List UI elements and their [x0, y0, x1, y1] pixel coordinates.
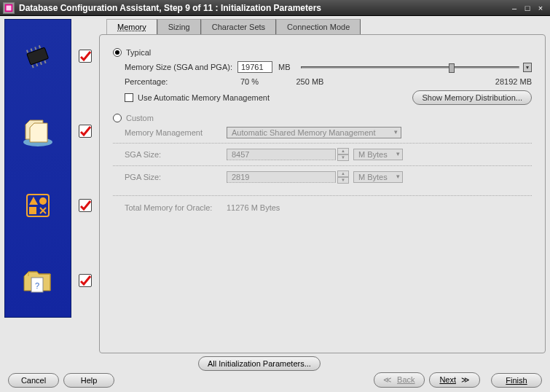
chip-icon	[21, 40, 55, 74]
sga-unit-select: M Bytes	[353, 149, 403, 160]
percentage-value: 70 %	[237, 77, 272, 86]
tab-strip: Memory Sizing Character Sets Connection …	[106, 19, 546, 35]
close-button[interactable]: ×	[534, 4, 547, 12]
memory-size-input[interactable]: 19761	[237, 61, 272, 73]
memory-management-select: Automatic Shared Memory Management	[227, 127, 401, 138]
maximize-button[interactable]: □	[521, 4, 534, 12]
custom-radio[interactable]: Custom	[113, 114, 532, 122]
slider-thumb[interactable]	[449, 63, 455, 73]
finish-button[interactable]: Finish	[491, 373, 542, 388]
shapes-icon	[21, 189, 55, 222]
svg-line-9	[41, 62, 42, 65]
slider-max-label: 28192 MB	[495, 77, 532, 86]
memory-management-label: Memory Management	[125, 128, 227, 137]
total-memory-label: Total Memory for Oracle:	[125, 203, 227, 212]
app-icon	[3, 2, 15, 14]
svg-point-14	[39, 197, 47, 205]
memory-panel: Typical Memory Size (SGA and PGA): 19761…	[99, 34, 546, 353]
percentage-label: Percentage:	[125, 77, 237, 86]
chevron-left-icon: ≪	[383, 375, 397, 385]
auto-memory-label: Use Automatic Memory Management	[138, 93, 270, 102]
pga-size-label: PGA Size:	[125, 173, 227, 181]
pga-size-input: 2819	[227, 171, 336, 183]
show-memory-distribution-button[interactable]: Show Memory Distribution...	[412, 90, 532, 105]
svg-line-7	[32, 65, 33, 68]
svg-rect-15	[29, 207, 36, 214]
sga-size-label: SGA Size:	[125, 150, 227, 159]
cancel-button[interactable]: Cancel	[8, 373, 59, 388]
svg-text:?: ?	[35, 281, 39, 290]
window-titlebar: Database Configuration Assistant, Step 9…	[0, 0, 550, 16]
sga-size-input: 8457	[227, 149, 336, 160]
step-4-check	[79, 274, 92, 287]
tab-memory[interactable]: Memory	[106, 19, 157, 35]
custom-radio-label: Custom	[126, 114, 154, 122]
auto-memory-checkbox[interactable]	[125, 93, 133, 102]
tab-connection-mode[interactable]: Connection Mode	[276, 19, 361, 35]
step-2-check	[79, 125, 92, 138]
minimize-button[interactable]: –	[508, 4, 521, 12]
back-button[interactable]: ≪ Back	[374, 372, 425, 388]
folders-icon	[21, 114, 55, 148]
svg-line-4	[31, 49, 32, 52]
chevron-right-icon: ≫	[456, 375, 470, 385]
next-button[interactable]: Next ≫	[429, 372, 480, 388]
memory-size-slider[interactable]	[301, 66, 520, 68]
svg-line-5	[35, 47, 36, 50]
svg-line-10	[44, 60, 45, 63]
typical-radio[interactable]: Typical	[113, 48, 532, 57]
help-button[interactable]: Help	[63, 373, 114, 388]
wizard-footer: Cancel Help ≪ Back Next ≫ Finish	[4, 368, 546, 388]
svg-line-6	[39, 45, 40, 48]
svg-marker-13	[29, 197, 38, 205]
slider-dropdown[interactable]: ▾	[523, 63, 532, 72]
step-3-check	[79, 199, 92, 212]
tab-character-sets[interactable]: Character Sets	[201, 19, 276, 35]
slider-min-label: 250 MB	[296, 77, 334, 86]
memory-size-label: Memory Size (SGA and PGA):	[125, 63, 237, 71]
folder-q-icon: ?	[21, 263, 55, 297]
window-title: Database Configuration Assistant, Step 9…	[19, 3, 508, 13]
svg-line-8	[36, 63, 37, 66]
sga-spinner: ▲▼	[337, 148, 349, 161]
step-1-check	[79, 50, 92, 63]
typical-radio-label: Typical	[126, 48, 151, 57]
memory-size-unit: MB	[278, 63, 291, 71]
svg-line-3	[27, 50, 28, 53]
pga-spinner: ▲▼	[337, 170, 349, 184]
pga-unit-select: M Bytes	[353, 171, 403, 183]
step-sidebar: ?	[4, 19, 99, 368]
svg-rect-1	[7, 5, 12, 10]
tab-sizing[interactable]: Sizing	[157, 19, 201, 35]
total-memory-value: 11276 M Bytes	[227, 203, 280, 212]
